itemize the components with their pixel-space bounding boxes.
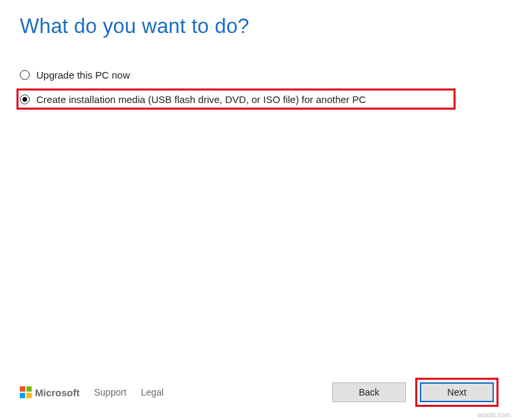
- microsoft-logo: Microsoft: [20, 386, 80, 398]
- support-link[interactable]: Support: [94, 387, 127, 398]
- radio-option-create-media[interactable]: Create installation media (USB flash dri…: [17, 88, 456, 110]
- legal-link[interactable]: Legal: [141, 387, 164, 398]
- footer-left: Microsoft Support Legal: [20, 386, 164, 398]
- options-group: Upgrade this PC now Create installation …: [0, 38, 513, 110]
- radio-button-icon[interactable]: [20, 94, 30, 104]
- microsoft-logo-icon: [20, 386, 32, 398]
- back-button[interactable]: Back: [332, 382, 406, 402]
- radio-label: Create installation media (USB flash dri…: [36, 94, 366, 105]
- page-title: What do you want to do?: [0, 0, 513, 38]
- footer: Microsoft Support Legal Back Next: [0, 378, 513, 407]
- next-button[interactable]: Next: [420, 382, 494, 402]
- radio-option-upgrade[interactable]: Upgrade this PC now: [20, 65, 513, 85]
- radio-button-icon[interactable]: [20, 70, 30, 80]
- watermark: wsxdn.com: [477, 411, 510, 419]
- radio-label: Upgrade this PC now: [36, 69, 130, 81]
- next-button-highlight: Next: [415, 378, 498, 407]
- footer-right: Back Next: [332, 378, 498, 407]
- microsoft-brand-text: Microsoft: [35, 387, 80, 398]
